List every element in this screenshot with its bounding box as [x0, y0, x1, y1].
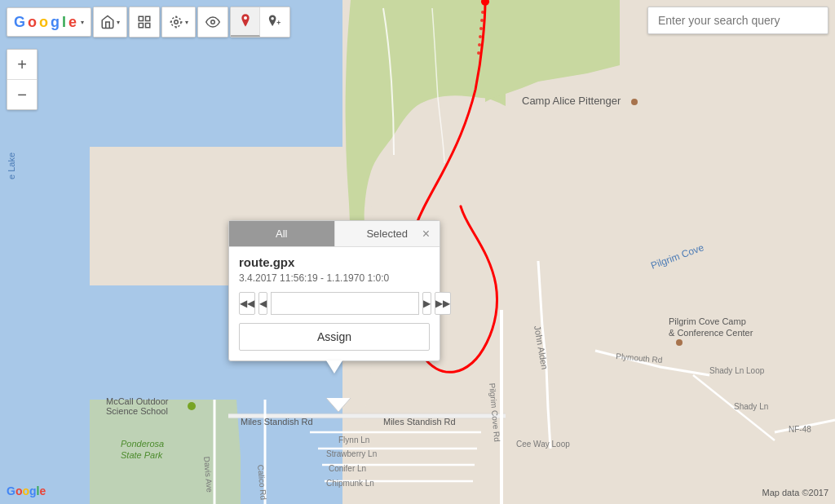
- map-attribution: Map data ©2017: [762, 488, 829, 497]
- popup-tail: [326, 360, 342, 374]
- pin-add-button[interactable]: +: [260, 7, 289, 37]
- svg-text:Pilgrim Cove Camp: Pilgrim Cove Camp: [669, 316, 746, 326]
- zoom-controls: + −: [7, 49, 38, 110]
- svg-point-50: [171, 17, 181, 27]
- svg-text:Ponderosa: Ponderosa: [121, 439, 164, 449]
- google-footer-o2: o: [22, 484, 29, 497]
- toolbar: G o o g l e ▾ ▾: [7, 7, 290, 38]
- google-footer-g2: g: [29, 484, 37, 497]
- google-footer-e: e: [39, 484, 46, 497]
- home-button[interactable]: ▾: [94, 7, 126, 37]
- nav-next-button[interactable]: ▶: [422, 292, 431, 315]
- svg-text:e Lake: e Lake: [7, 153, 16, 179]
- svg-point-51: [211, 20, 215, 24]
- nav-controls: ◀◀ ◀ 51 - 00 ▶ ▶▶: [239, 292, 430, 315]
- assign-button[interactable]: Assign: [239, 323, 430, 351]
- svg-text:McCall Outdoor: McCall Outdoor: [106, 396, 169, 406]
- svg-text:State Park: State Park: [121, 450, 163, 460]
- svg-rect-47: [139, 24, 143, 28]
- svg-point-16: [478, 43, 481, 46]
- eye-button[interactable]: [198, 7, 228, 37]
- google-footer-g: G: [7, 484, 15, 497]
- toolbar-group-home: ▾: [93, 7, 127, 38]
- svg-text:+: +: [276, 19, 281, 27]
- pin-button[interactable]: [231, 7, 260, 37]
- popup-date: 3.4.2017 11:56:19 - 1.1.1970 1:0:0: [239, 272, 430, 284]
- popup: All Selected × route.gpx 3.4.2017 11:56:…: [228, 220, 440, 361]
- map-container[interactable]: Camp Alice Pittenger Pilgrim Cove Pilgri…: [0, 0, 835, 504]
- location-button[interactable]: ▾: [162, 7, 195, 37]
- nav-last-button[interactable]: ▶▶: [435, 292, 451, 315]
- svg-point-26: [188, 402, 196, 410]
- svg-point-17: [477, 51, 480, 55]
- toolbar-group-pin: +: [230, 7, 290, 38]
- svg-text:Miles Standish Rd: Miles Standish Rd: [383, 417, 456, 427]
- svg-text:Shady Ln Loop: Shady Ln Loop: [709, 366, 765, 375]
- nav-first-button[interactable]: ◀◀: [239, 292, 255, 315]
- google-o1: o: [28, 14, 37, 31]
- svg-point-12: [481, 11, 484, 14]
- popup-close-button[interactable]: ×: [419, 226, 433, 242]
- toolbar-group-layers: [129, 7, 160, 38]
- zoom-out-button[interactable]: −: [7, 80, 37, 109]
- svg-text:Strawberry Ln: Strawberry Ln: [326, 449, 377, 458]
- svg-text:Chipmunk Ln: Chipmunk Ln: [326, 479, 374, 488]
- svg-point-14: [479, 27, 483, 30]
- home-dropdown-arrow: ▾: [117, 19, 120, 26]
- google-l: l: [62, 14, 66, 31]
- svg-text:NF-48: NF-48: [789, 425, 811, 434]
- nav-prev-button[interactable]: ◀: [258, 292, 267, 315]
- tab-all[interactable]: All: [229, 221, 335, 246]
- nav-value-input[interactable]: 51 - 00: [271, 292, 419, 315]
- svg-text:Cee Way Loop: Cee Way Loop: [516, 440, 570, 449]
- popup-tabs: All Selected: [229, 221, 440, 247]
- svg-point-13: [480, 19, 484, 22]
- svg-text:& Conference Center: & Conference Center: [669, 328, 753, 338]
- svg-text:Conifer Ln: Conifer Ln: [329, 464, 366, 473]
- svg-text:Camp Alice Pittenger: Camp Alice Pittenger: [522, 95, 621, 107]
- svg-point-49: [175, 20, 179, 24]
- popup-filename: route.gpx: [239, 255, 430, 269]
- svg-point-52: [244, 16, 247, 20]
- layers-button[interactable]: [130, 7, 159, 37]
- location-dropdown-arrow: ▾: [185, 19, 188, 26]
- google-g2: g: [51, 14, 60, 31]
- svg-point-53: [271, 17, 274, 20]
- google-o2: o: [39, 14, 48, 31]
- google-footer: Google: [7, 484, 46, 497]
- toolbar-group-eye: [197, 7, 228, 38]
- svg-text:Miles Standish Rd: Miles Standish Rd: [241, 417, 313, 427]
- svg-rect-48: [146, 24, 150, 28]
- svg-text:Flynn Ln: Flynn Ln: [338, 435, 369, 444]
- google-g: G: [14, 14, 25, 31]
- toolbar-group-location: ▾: [161, 7, 196, 38]
- svg-text:Shady Ln: Shady Ln: [734, 402, 768, 411]
- svg-point-23: [676, 339, 683, 346]
- search-input[interactable]: [648, 7, 828, 33]
- popup-content: route.gpx 3.4.2017 11:56:19 - 1.1.1970 1…: [229, 255, 440, 360]
- svg-rect-45: [139, 16, 143, 20]
- google-logo-button[interactable]: G o o g l e ▾: [7, 7, 91, 37]
- google-e: e: [68, 14, 77, 31]
- zoom-in-button[interactable]: +: [7, 50, 37, 79]
- svg-rect-46: [146, 16, 150, 20]
- google-dropdown-arrow: ▾: [81, 19, 84, 26]
- svg-text:Science School: Science School: [106, 406, 168, 416]
- svg-point-19: [631, 99, 638, 105]
- search-box[interactable]: [647, 7, 828, 34]
- svg-point-15: [479, 35, 482, 38]
